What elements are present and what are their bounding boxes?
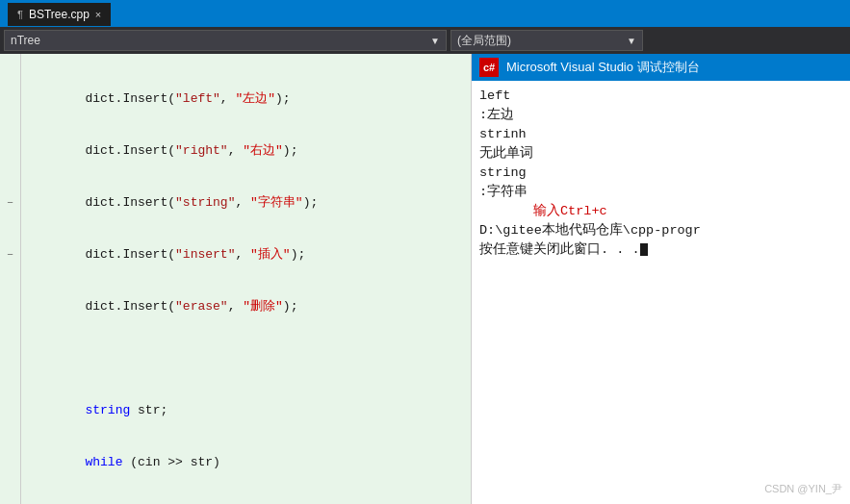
code-line: dict.Insert("string", "字符串"); <box>25 194 467 212</box>
scope-dropdown-left[interactable]: nTree ▼ <box>4 30 447 51</box>
vs-icon-text: c# <box>483 62 495 73</box>
file-tab[interactable]: ¶ BSTree.cpp × <box>8 3 111 26</box>
console-line: strinh <box>479 125 842 144</box>
console-header: c# Microsoft Visual Studio 调试控制台 <box>472 54 850 81</box>
code-lines: − − dict.Insert("left", "左边"); dict.Inse… <box>0 54 471 504</box>
code-content: dict.Insert("left", "左边"); dict.Insert("… <box>21 54 471 504</box>
chevron-down-icon: ▼ <box>430 36 440 46</box>
code-line: string str; <box>25 402 467 419</box>
console-body: left :左边 strinh 无此单词 string :字符串 输入Ctrl+… <box>472 81 850 504</box>
code-line <box>25 350 467 367</box>
tab-close-icon[interactable]: × <box>95 9 101 20</box>
watermark: CSDN @YIN_尹 <box>764 479 842 498</box>
code-line: while (cin >> str) <box>25 454 467 471</box>
code-line: dict.Insert("insert", "插入"); <box>25 246 467 264</box>
console-line: left <box>479 87 842 106</box>
collapse-icon-2[interactable]: − <box>2 246 19 264</box>
scope-label-right: (全局范围) <box>457 33 511 49</box>
vs-icon: c# <box>479 58 499 77</box>
code-line: dict.Insert("right", "右边"); <box>25 142 467 160</box>
tab-label: BSTree.cpp <box>29 8 90 21</box>
console-line: :字符串 <box>479 183 842 202</box>
scope-label: nTree <box>11 34 40 47</box>
code-line: dict.Insert("left", "左边"); <box>25 90 467 108</box>
collapse-icon-1[interactable]: − <box>2 194 19 212</box>
console-line: :左边 <box>479 106 842 125</box>
console-line: 无此单词 <box>479 144 842 164</box>
console-title: Microsoft Visual Studio 调试控制台 <box>506 59 700 76</box>
console-line: 按任意键关闭此窗口. . . <box>479 240 842 260</box>
console-line: D:\gitee本地代码仓库\cpp-progr <box>479 221 842 240</box>
tab-pin: ¶ <box>17 9 23 20</box>
chevron-down-icon-right: ▼ <box>627 36 636 46</box>
gutter: − − <box>0 54 21 504</box>
code-line: dict.Insert("erase", "删除"); <box>25 298 467 315</box>
nav-bar: nTree ▼ (全局范围) ▼ <box>0 27 850 54</box>
console-line: string <box>479 164 842 183</box>
main-area: − − dict.Insert("left", "左边"); dict.Inse… <box>0 54 850 504</box>
code-editor[interactable]: − − dict.Insert("left", "左边"); dict.Inse… <box>0 54 472 504</box>
scope-dropdown-right[interactable]: (全局范围) ▼ <box>451 30 643 51</box>
console-panel: c# Microsoft Visual Studio 调试控制台 left :左… <box>472 54 850 504</box>
console-line-ctrl: 输入Ctrl+c <box>479 202 842 221</box>
title-bar: ¶ BSTree.cpp × <box>0 0 850 27</box>
